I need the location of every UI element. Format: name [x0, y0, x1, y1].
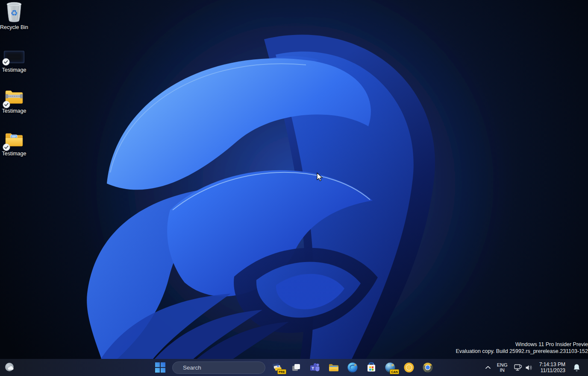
sync-check-badge-icon	[3, 143, 10, 151]
desktop-icon-testimage-zip[interactable]: Testimage	[0, 87, 30, 114]
desktop-icon-label: Recycle Bin	[0, 24, 28, 30]
pinned-app-preview[interactable]: PRE	[268, 359, 287, 376]
pinned-app-chrome-canary[interactable]	[400, 359, 418, 376]
desktop-icon-recycle-bin[interactable]: ♻ Recycle Bin	[0, 1, 30, 30]
sync-check-badge-icon	[2, 58, 10, 66]
desktop-icon-label: Testimage	[2, 67, 26, 73]
network-volume-button[interactable]	[511, 359, 535, 376]
chrome-canary-icon	[403, 362, 415, 373]
ethernet-icon	[514, 364, 522, 371]
desktop-icon-label: Testimage	[2, 108, 26, 114]
taskbar: PRE T	[0, 359, 588, 376]
clock-date: 11/11/2023	[541, 367, 565, 373]
microsoft-teams-icon: T	[309, 362, 320, 373]
svg-text:T: T	[312, 366, 314, 370]
pinned-app-teams[interactable]: T	[306, 359, 324, 376]
taskbar-search[interactable]	[172, 361, 265, 374]
pre-badge: PRE	[277, 369, 286, 374]
task-view-button[interactable]	[287, 359, 306, 376]
language-indicator[interactable]: ENG IN	[494, 359, 511, 376]
bloom-wallpaper	[0, 0, 588, 376]
pinned-app-chrome-dev[interactable]	[418, 359, 437, 376]
svg-text:♻: ♻	[10, 8, 18, 17]
windows-desktop: ♻ Recycle Bin Testimage	[0, 0, 588, 376]
search-input[interactable]	[182, 364, 259, 371]
chrome-dev-icon	[422, 362, 433, 373]
mouse-cursor	[317, 172, 323, 182]
notification-bell-icon	[573, 364, 580, 372]
folder-icon	[4, 130, 24, 149]
zipped-folder-icon	[4, 87, 24, 107]
image-thumbnail-icon	[4, 48, 24, 66]
speaker-icon	[525, 364, 532, 371]
pinned-app-microsoft-store[interactable]	[362, 359, 381, 376]
pinned-app-file-explorer[interactable]	[324, 359, 343, 376]
desktop-icon-label: Testimage	[2, 151, 26, 157]
clock-time: 7:14:13 PM	[539, 361, 565, 367]
start-button[interactable]	[151, 359, 170, 376]
language-line2: IN	[500, 367, 505, 373]
recycle-bin-icon: ♻	[4, 1, 24, 23]
evaluation-watermark: Windows 11 Pro Insider Previe Evaluation…	[456, 341, 588, 355]
pinned-app-edge-canary[interactable]: CAN	[381, 359, 400, 376]
file-explorer-icon	[328, 362, 339, 373]
notification-center-button[interactable]	[569, 359, 584, 376]
watermark-line1: Windows 11 Pro Insider Previe	[456, 341, 588, 348]
can-badge: CAN	[390, 369, 399, 374]
tray-overflow-button[interactable]	[482, 359, 494, 376]
microsoft-store-icon	[366, 362, 377, 373]
widgets-button[interactable]	[2, 359, 18, 376]
chevron-up-icon	[485, 366, 491, 369]
clock[interactable]: 7:14:13 PM 11/11/2023	[536, 359, 569, 376]
desktop-icon-testimage-file[interactable]: Testimage	[0, 48, 30, 73]
sync-check-badge-icon	[3, 101, 10, 108]
pinned-app-edge[interactable]	[343, 359, 362, 376]
moon-cloud-weather-icon	[4, 362, 15, 373]
desktop-icon-testimage-folder[interactable]: Testimage	[0, 130, 30, 157]
language-line1: ENG	[497, 362, 508, 368]
microsoft-edge-icon	[347, 362, 358, 373]
watermark-line2: Evaluation copy. Build 25992.rs_prerelea…	[456, 348, 588, 355]
task-view-icon	[291, 362, 301, 373]
windows-logo-icon	[155, 362, 165, 373]
